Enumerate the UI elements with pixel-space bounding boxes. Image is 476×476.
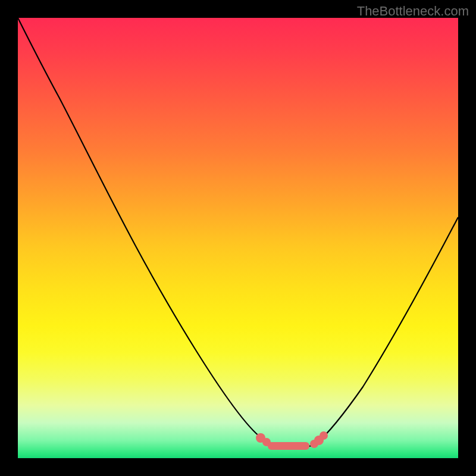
watermark-text: TheBottleneck.com — [357, 4, 469, 19]
svg-rect-2 — [268, 442, 309, 450]
svg-point-5 — [320, 431, 328, 440]
bottleneck-curve — [18, 18, 458, 447]
chart-plot-area — [18, 18, 458, 458]
optimal-marker-band — [256, 431, 328, 450]
chart-overlay-svg — [18, 18, 458, 458]
